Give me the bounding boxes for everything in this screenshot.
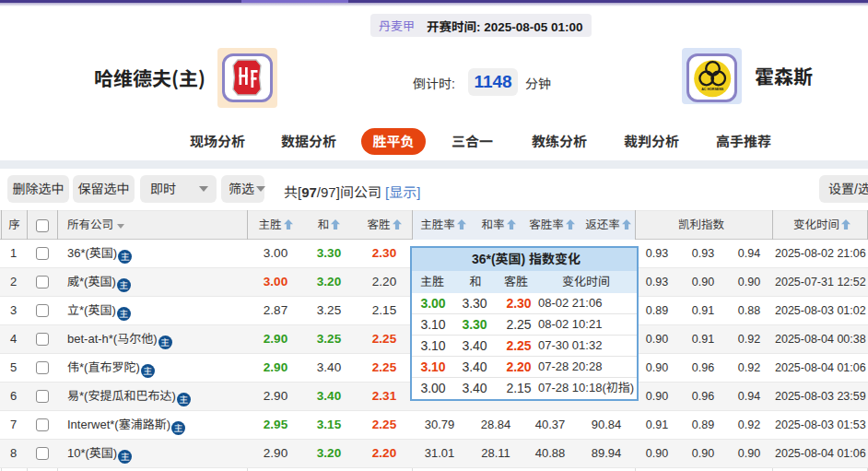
svg-text:AC HORSENS: AC HORSENS	[701, 88, 724, 91]
